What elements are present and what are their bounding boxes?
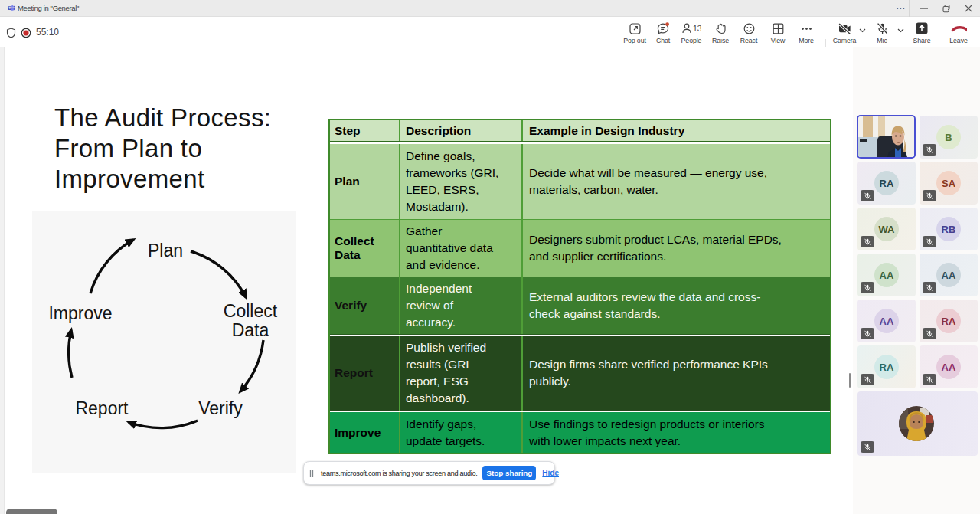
svg-text:Improve: Improve [48,303,112,323]
svg-text:Verify: Verify [198,398,243,418]
svg-text:Plan: Plan [148,241,183,260]
svg-text:Data: Data [232,320,270,340]
svg-text:Collect: Collect [224,301,278,321]
svg-text:Report: Report [75,398,129,418]
svg-text:13: 13 [693,24,701,33]
